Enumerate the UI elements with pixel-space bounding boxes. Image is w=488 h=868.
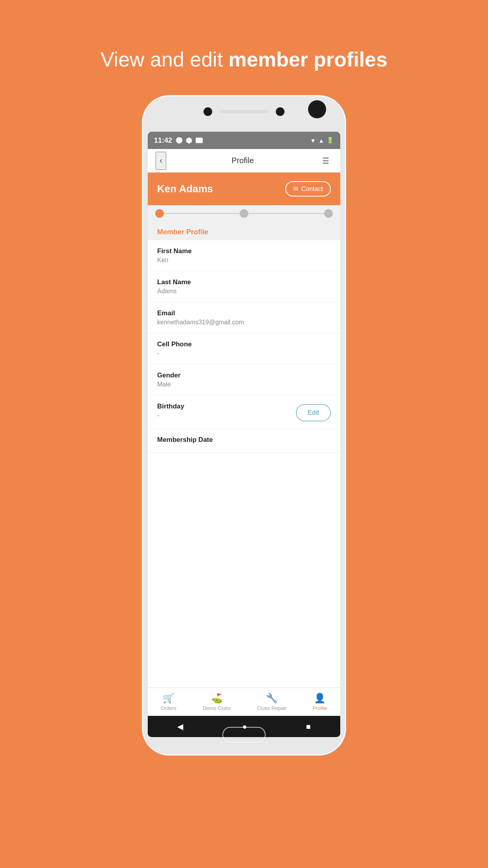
field-label-membership-date: Membership Date <box>157 436 331 444</box>
field-email: Email kennethadams319@gmail.com <box>148 302 340 333</box>
nav-title: Profile <box>231 156 254 165</box>
headline: View and edit member profiles <box>69 47 419 72</box>
progress-dot-2[interactable] <box>240 209 248 218</box>
phone-screen: 11:42 ▼ ▲ 🔋 ‹ Profile ☰ Ken Adams ✉ <box>148 132 340 737</box>
shield-icon <box>186 137 192 143</box>
contact-button-label: Contact <box>301 186 323 193</box>
nav-orders-label: Orders <box>161 705 176 711</box>
storage-icon <box>196 138 203 143</box>
progress-dot-1[interactable] <box>155 209 164 218</box>
field-birthday: Birthday - Edit <box>148 395 340 429</box>
field-value-birthday: - <box>157 412 184 419</box>
contact-button[interactable]: ✉ Contact <box>285 181 331 197</box>
progress-dot-3[interactable] <box>324 209 333 218</box>
field-label-last-name: Last Name <box>157 278 331 286</box>
menu-icon: ☰ <box>322 156 329 166</box>
wifi-icon: ▼ <box>310 137 316 144</box>
birthday-field: Birthday - <box>157 403 184 419</box>
contact-icon: ✉ <box>293 185 298 193</box>
status-bar: 11:42 ▼ ▲ 🔋 <box>148 132 340 149</box>
battery-icon: 🔋 <box>327 137 334 144</box>
nav-clubs-repair-label: Clubs Repair <box>257 705 286 711</box>
nav-clubs-repair[interactable]: 🔧 Clubs Repair <box>257 693 286 711</box>
member-name: Ken Adams <box>157 183 213 195</box>
field-value-first-name: Ken <box>157 257 331 264</box>
signal-icon: ▲ <box>318 137 324 144</box>
profile-icon: 👤 <box>314 693 326 704</box>
orders-icon: 🛒 <box>163 693 174 704</box>
menu-button[interactable]: ☰ <box>319 153 332 169</box>
back-button[interactable]: ‹ <box>156 152 166 170</box>
phone-bottom-hardware <box>143 727 345 743</box>
nav-demo-clubs-label: Demo Clubs <box>203 705 231 711</box>
nav-bar: ‹ Profile ☰ <box>148 149 340 173</box>
field-value-email: kennethadams319@gmail.com <box>157 319 331 326</box>
field-value-gender: Male <box>157 381 331 388</box>
status-time: 11:42 <box>154 136 172 145</box>
field-label-gender: Gender <box>157 371 331 379</box>
field-cell-phone: Cell Phone - <box>148 333 340 364</box>
status-left: 11:42 <box>154 136 203 145</box>
speaker-bar <box>218 109 270 114</box>
edit-button[interactable]: Edit <box>296 404 331 421</box>
field-label-email: Email <box>157 309 331 317</box>
field-label-first-name: First Name <box>157 247 331 255</box>
home-button[interactable] <box>222 727 266 743</box>
field-value-last-name: Adams <box>157 288 331 295</box>
field-membership-date: Membership Date <box>148 429 340 453</box>
demo-clubs-icon: ⛳ <box>211 693 223 704</box>
field-label-cell-phone: Cell Phone <box>157 340 331 348</box>
member-header: Ken Adams ✉ Contact <box>148 173 340 205</box>
nav-profile-label: Profile <box>313 705 327 711</box>
phone-shell: 11:42 ▼ ▲ 🔋 ‹ Profile ☰ Ken Adams ✉ <box>142 95 346 756</box>
field-gender: Gender Male <box>148 364 340 395</box>
headline-prefix: View and edit <box>101 48 229 71</box>
phone-top-hardware <box>143 107 345 116</box>
gear-icon <box>176 137 182 143</box>
clubs-repair-icon: 🔧 <box>266 693 278 704</box>
bottom-nav: 🛒 Orders ⛳ Demo Clubs 🔧 Clubs Repair 👤 P… <box>148 688 340 716</box>
status-right: ▼ ▲ 🔋 <box>310 137 334 144</box>
nav-profile[interactable]: 👤 Profile <box>313 693 327 711</box>
profile-content: First Name Ken Last Name Adams Email ken… <box>148 240 340 688</box>
field-label-birthday: Birthday <box>157 403 184 410</box>
headline-bold: member profiles <box>229 48 388 71</box>
field-last-name: Last Name Adams <box>148 271 340 302</box>
progress-track <box>160 213 328 214</box>
nav-orders[interactable]: 🛒 Orders <box>161 693 176 711</box>
section-label: Member Profile <box>148 222 340 240</box>
field-first-name: First Name Ken <box>148 240 340 271</box>
speaker-dot-left <box>204 107 212 116</box>
progress-bar <box>148 205 340 222</box>
nav-demo-clubs[interactable]: ⛳ Demo Clubs <box>203 693 231 711</box>
field-value-cell-phone: - <box>157 350 331 357</box>
speaker-dot-right <box>276 107 284 116</box>
